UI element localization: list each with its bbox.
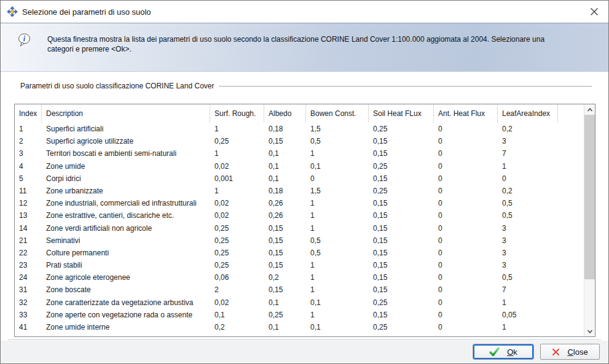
table-cell: 0,15 [369, 172, 434, 185]
table-cell: 0 [434, 271, 498, 284]
column-header[interactable]: Ant. Heat Flux [434, 104, 498, 123]
table-cell: 22 [15, 247, 42, 259]
table-cell: 32 [15, 296, 42, 309]
column-header[interactable]: Soil Heat FLux [369, 104, 434, 123]
table-cell: 3 [498, 247, 558, 259]
table-cell: 0,25 [210, 259, 264, 271]
banner-message: Questa finestra mostra la lista dei para… [47, 34, 572, 54]
table-cell: Colture permanenti [42, 247, 210, 259]
table-cell: 1 [210, 123, 264, 135]
table-row[interactable]: 11Zone urbanizzate10,181,50,2500,2 [15, 185, 584, 197]
table-row[interactable]: 42Zone umide marittime0,020,10,10,2501 [15, 333, 584, 336]
scrollbar-thumb[interactable] [584, 115, 595, 279]
table-cell: 0 [434, 147, 498, 160]
table-row[interactable]: 1Superfici artificiali10,181,50,2500,2 [15, 123, 584, 135]
table-cell: 0,1 [306, 333, 369, 336]
column-header[interactable]: Surf. Rough. [210, 104, 264, 123]
table-cell: 0 [498, 172, 558, 185]
table-cell: 0,2 [498, 185, 558, 197]
table-cell: 0,25 [369, 296, 434, 309]
chevron-up-icon[interactable] [584, 104, 595, 115]
table-cell: 0,15 [369, 271, 434, 284]
table-row[interactable]: 13Zone estrattive, cantieri, discariche … [15, 209, 584, 222]
column-header[interactable]: Description [42, 104, 210, 123]
table-cell: 0,25 [210, 234, 264, 247]
table-cell: 0,15 [369, 222, 434, 234]
move-arrows-icon [7, 6, 18, 17]
table-cell: Zone caratterizzate da vegetazione arbus… [42, 296, 210, 309]
scrollbar-track[interactable] [584, 115, 595, 326]
table-cell: Zone verdi artificiali non agricole [42, 222, 210, 234]
table-cell: 0,26 [264, 209, 306, 222]
close-button-label: Close [567, 347, 587, 357]
table-row[interactable]: 21Seminativi0,250,150,50,1503 [15, 234, 584, 247]
table-cell: Zone agricole eterogenee [42, 271, 210, 284]
table-cell: 1 [306, 284, 369, 296]
groupbox-label: Parametri di uso suolo classificazione C… [20, 82, 214, 90]
table-cell: 0,05 [498, 309, 558, 321]
table-cell: 0,15 [264, 222, 306, 234]
column-header[interactable]: Albedo [264, 104, 306, 123]
table-cell: 0,18 [264, 185, 306, 197]
table-cell: 0 [434, 259, 498, 271]
table-cell: 1 [498, 296, 558, 309]
table-cell: Prati stabili [42, 259, 210, 271]
table-row[interactable]: 32Zone caratterizzate da vegetazione arb… [15, 296, 584, 309]
table-cell: 0,5 [498, 271, 558, 284]
table-cell: 0 [434, 222, 498, 234]
table-cell: 0 [434, 247, 498, 259]
ok-button[interactable]: Ok [473, 344, 534, 360]
table-cell: 0,15 [369, 309, 434, 321]
table-cell: 2 [15, 135, 42, 147]
table-row[interactable]: 4Zone umide0,020,10,10,2501 [15, 160, 584, 172]
table-row[interactable]: 5Corpi idrici0,0010,100,1500 [15, 172, 584, 185]
table-cell: 41 [15, 321, 42, 333]
table-row[interactable]: 31Zone boscate20,1510,1507 [15, 284, 584, 296]
title-bar: Selezione dei parametri di uso suolo [1, 1, 608, 23]
table-cell: 0,25 [210, 247, 264, 259]
table-cell: 0,1 [306, 296, 369, 309]
table-row[interactable]: 2Superfici agricole utilizzate0,250,150,… [15, 135, 584, 147]
chevron-down-icon[interactable] [584, 326, 595, 336]
table-cell: 0,15 [264, 284, 306, 296]
table-cell: 0,02 [210, 333, 264, 336]
table-cell: Zone estrattive, cantieri, discariche et… [42, 209, 210, 222]
table-cell: 1 [306, 271, 369, 284]
table-row[interactable]: 3Territori boscati e ambienti semi-natur… [15, 147, 584, 160]
table-row[interactable]: 23Prati stabili0,250,1510,1503 [15, 259, 584, 271]
table-cell: 0 [434, 284, 498, 296]
vertical-scrollbar[interactable] [584, 104, 595, 336]
table-cell: 0 [434, 309, 498, 321]
table-cell: 0,001 [210, 172, 264, 185]
table-cell: Territori boscati e ambienti semi-natura… [42, 147, 210, 160]
column-header[interactable]: Bowen Const. [306, 104, 369, 123]
table-cell: 0,2 [498, 123, 558, 135]
table-cell: 0,2 [210, 321, 264, 333]
table-cell: 0,15 [369, 259, 434, 271]
table-cell: 1 [15, 123, 42, 135]
table-row[interactable]: 22Colture permanenti0,250,150,50,1503 [15, 247, 584, 259]
column-header[interactable]: Index [15, 104, 42, 123]
table-header-row: IndexDescriptionSurf. Rough.AlbedoBowen … [15, 104, 584, 123]
table-row[interactable]: 12Zone industriali, commerciali ed infra… [15, 197, 584, 209]
table-row[interactable]: 41Zone umide interne0,20,10,10,2501 [15, 321, 584, 333]
table-cell: 1 [306, 209, 369, 222]
table-row[interactable]: 24Zone agricole eterogenee0,060,210,1500… [15, 271, 584, 284]
table-cell: 0,06 [210, 271, 264, 284]
table-cell: 0,02 [210, 209, 264, 222]
table-cell: 0,1 [264, 147, 306, 160]
table-cell: 0,25 [369, 321, 434, 333]
close-button[interactable]: Close [540, 344, 600, 360]
green-check-icon [489, 347, 500, 357]
table-cell: 0,1 [264, 296, 306, 309]
column-header[interactable]: LeafAreaIndex [498, 104, 558, 123]
table-cell: 1 [210, 147, 264, 160]
table-row[interactable]: 14Zone verdi artificiali non agricole0,2… [15, 222, 584, 234]
table-cell: Zone umide [42, 160, 210, 172]
table-cell: 0,15 [369, 197, 434, 209]
table-cell: 3 [498, 222, 558, 234]
table-row[interactable]: 33Zone aperte con vegetazione rada o ass… [15, 309, 584, 321]
table-cell: 0,26 [264, 197, 306, 209]
close-icon[interactable] [589, 6, 600, 17]
table-body[interactable]: 1Superfici artificiali10,181,50,2500,22S… [15, 123, 584, 336]
